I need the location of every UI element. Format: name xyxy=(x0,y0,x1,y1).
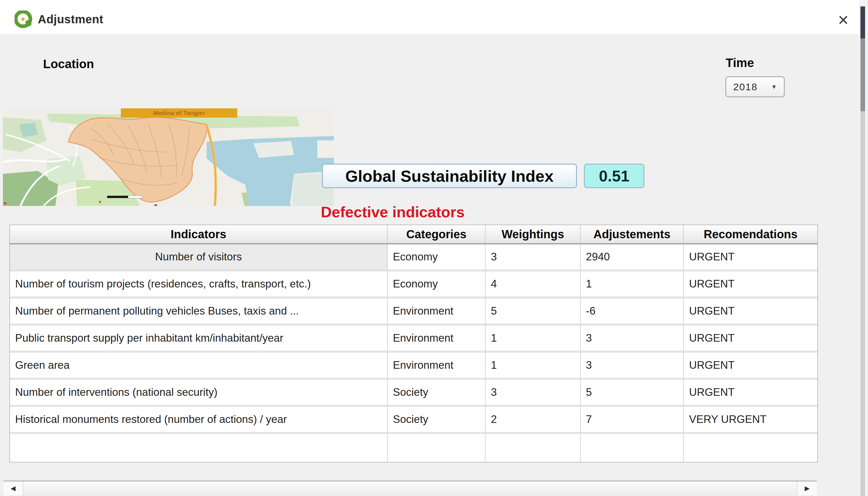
cell-weighting[interactable]: 1 xyxy=(485,353,580,380)
window-title: Adjustment xyxy=(38,13,103,26)
cell-indicator[interactable]: Number of interventions (national securi… xyxy=(10,380,388,407)
cell-weighting[interactable]: 4 xyxy=(485,272,580,298)
table-row xyxy=(10,434,817,462)
cell-adjustment[interactable]: 5 xyxy=(581,380,684,407)
cell-category[interactable]: Society xyxy=(388,407,485,434)
time-year-dropdown[interactable]: 2018 ▼ xyxy=(725,76,785,97)
time-year-value: 2018 xyxy=(733,81,758,93)
table-row: Number of tourism projects (residences, … xyxy=(10,272,817,298)
cell-weighting[interactable]: 5 xyxy=(485,298,580,326)
cell-weighting[interactable]: 1 xyxy=(485,326,580,353)
column-header[interactable]: Weightings xyxy=(485,225,580,244)
cell-indicator[interactable]: Number of permanent polluting vehicles B… xyxy=(10,298,388,326)
scrollbar-thumb[interactable] xyxy=(23,481,797,495)
cell-adjustment[interactable]: 1 xyxy=(581,272,684,298)
defective-indicators-label: Defective indicators xyxy=(321,203,465,221)
cell-recommendation[interactable]: URGENT xyxy=(684,380,817,407)
vertical-scrollbar-thumb[interactable] xyxy=(861,6,865,38)
table-row: Historical monuments restored (number of… xyxy=(10,407,817,434)
cell-category[interactable]: Environment xyxy=(388,353,485,380)
cell-adjustment[interactable]: 3 xyxy=(581,353,684,380)
cell-recommendation[interactable] xyxy=(684,434,817,462)
cell-adjustment[interactable]: 7 xyxy=(581,407,684,434)
gsi-label-box: Global Sustainability Index xyxy=(322,164,577,188)
cell-recommendation[interactable]: URGENT xyxy=(684,326,817,353)
cell-adjustment[interactable]: -6 xyxy=(581,298,684,326)
cell-indicator[interactable]: Public transport supply per inhabitant k… xyxy=(10,326,388,353)
cell-weighting[interactable]: 2 xyxy=(485,407,580,434)
cell-adjustment[interactable]: 2940 xyxy=(581,244,684,272)
horizontal-scrollbar[interactable]: ◀ ▶ xyxy=(3,481,817,495)
cell-category[interactable]: Environment xyxy=(388,326,485,353)
cell-category[interactable]: Society xyxy=(388,380,485,407)
cell-indicator[interactable]: Number of tourism projects (residences, … xyxy=(10,272,388,298)
table-row: Number of visitorsEconomy32940URGENT xyxy=(10,244,817,272)
gsi-value: 0.51 xyxy=(599,167,629,185)
cell-category[interactable]: Environment xyxy=(388,298,485,326)
scroll-right-icon[interactable]: ▶ xyxy=(797,481,817,495)
map-banner-label: Medina of Tangier xyxy=(153,109,205,116)
cell-weighting[interactable] xyxy=(485,434,580,462)
table-row: Green areaEnvironment13URGENT xyxy=(10,353,817,380)
chevron-down-icon: ▼ xyxy=(771,83,777,90)
cell-indicator[interactable] xyxy=(10,434,388,462)
cell-indicator[interactable]: Number of visitors xyxy=(10,244,388,272)
dialog-body: Location Time 2018 ▼ xyxy=(0,34,868,496)
cell-indicator[interactable]: Green area xyxy=(10,353,388,380)
table-row: Number of interventions (national securi… xyxy=(10,380,817,407)
location-label: Location xyxy=(43,57,94,71)
table-header-row: IndicatorsCategoriesWeightingsAdjustemen… xyxy=(10,225,817,244)
cell-recommendation[interactable]: URGENT xyxy=(684,272,817,298)
cell-category[interactable] xyxy=(388,434,485,462)
adjustment-dialog: Adjustment ✕ Location Time 2018 ▼ xyxy=(0,0,868,496)
cell-indicator[interactable]: Historical monuments restored (number of… xyxy=(10,407,388,434)
gsi-label: Global Sustainability Index xyxy=(345,167,553,186)
cell-recommendation[interactable]: VERY URGENT xyxy=(684,407,817,434)
column-header[interactable]: Indicators xyxy=(10,225,388,244)
cell-recommendation[interactable]: URGENT xyxy=(684,353,817,380)
table-row: Number of permanent polluting vehicles B… xyxy=(10,298,817,326)
location-map[interactable]: Medina of Tangier xyxy=(3,108,334,206)
title-bar: Adjustment ✕ xyxy=(0,0,868,34)
scroll-left-icon[interactable]: ◀ xyxy=(3,481,23,495)
close-icon[interactable]: ✕ xyxy=(833,10,853,30)
cell-recommendation[interactable]: URGENT xyxy=(684,244,817,272)
column-header[interactable]: Categories xyxy=(388,225,485,244)
qgis-logo-icon xyxy=(15,11,33,29)
cell-category[interactable]: Economy xyxy=(388,244,485,272)
cell-adjustment[interactable] xyxy=(581,434,684,462)
cell-adjustment[interactable]: 3 xyxy=(581,326,684,353)
map-scalebar xyxy=(107,196,128,198)
indicators-table: IndicatorsCategoriesWeightingsAdjustemen… xyxy=(9,224,818,463)
column-header[interactable]: Adjustements xyxy=(581,225,684,244)
cell-weighting[interactable]: 3 xyxy=(485,244,580,272)
cell-weighting[interactable]: 3 xyxy=(485,380,580,407)
table-row: Public transport supply per inhabitant k… xyxy=(10,326,817,353)
vertical-scrollbar[interactable] xyxy=(859,0,868,496)
cell-recommendation[interactable]: URGENT xyxy=(684,298,817,326)
gsi-value-box: 0.51 xyxy=(584,164,644,188)
time-label: Time xyxy=(726,56,754,70)
cell-category[interactable]: Economy xyxy=(388,272,485,298)
column-header[interactable]: Recomendations xyxy=(684,225,817,244)
